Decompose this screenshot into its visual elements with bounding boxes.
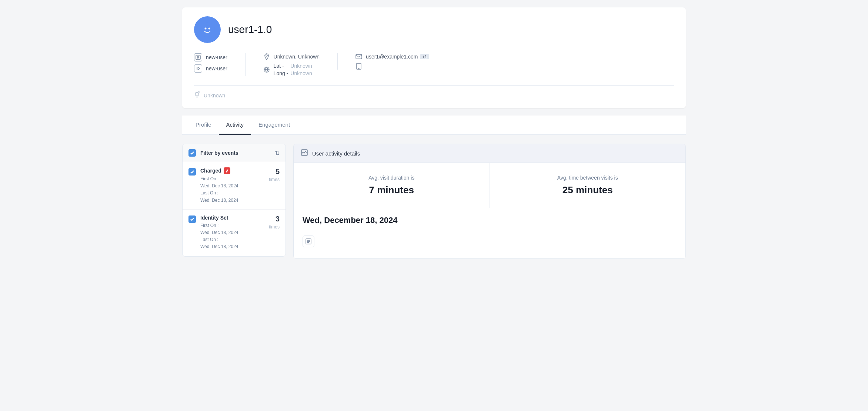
lat-value: Unknown	[290, 63, 312, 69]
lat-label: Lat -	[274, 63, 288, 69]
svg-point-7	[358, 68, 359, 69]
email-badge: user1@example1.com +1	[366, 54, 429, 60]
filter-header: Filter by events ⇅	[183, 144, 286, 162]
location-value: Unknown, Unknown	[274, 54, 320, 60]
charged-last-label: Last On :	[200, 190, 218, 196]
profile-top-row: user1-1.0	[194, 16, 674, 43]
location-section: Unknown, Unknown Lat - Unknown Long - Un…	[245, 53, 338, 76]
latlong-item: Lat - Unknown Long - Unknown	[263, 63, 320, 76]
event-checkbox-charged[interactable]	[188, 168, 196, 176]
identity-last-value: Wed, Dec 18, 2024	[200, 244, 238, 249]
svg-point-1	[205, 28, 207, 30]
filter-all-checkbox[interactable]	[188, 149, 196, 157]
event-meta-charged: First On : Wed, Dec 18, 2024 Last On : W…	[200, 176, 264, 204]
filter-panel: Filter by events ⇅ Charged First O	[182, 144, 286, 257]
location-item: Unknown, Unknown	[263, 53, 320, 60]
activity-entry-1	[303, 231, 677, 251]
charged-count-num: 5	[269, 167, 280, 176]
phone-item	[355, 63, 429, 70]
charged-count-label: times	[269, 177, 280, 182]
tab-engagement[interactable]: Engagement	[251, 116, 297, 135]
phone-icon	[355, 63, 362, 70]
date-heading: Wed, December 18, 2024	[303, 215, 677, 225]
content-area: Filter by events ⇅ Charged First O	[182, 144, 686, 259]
profile-header-card: user1-1.0 new-user ID new-user	[182, 7, 686, 108]
email-icon	[355, 53, 362, 60]
avg-visit-block: Avg. visit duration is 7 minutes	[294, 163, 490, 208]
event-details-identity: Identity Set First On : Wed, Dec 18, 202…	[200, 215, 264, 251]
event-name-identity: Identity Set	[200, 215, 228, 221]
event-item-identity: Identity Set First On : Wed, Dec 18, 202…	[183, 210, 286, 256]
svg-point-0	[200, 22, 215, 37]
role-item-2: ID new-user	[194, 64, 227, 73]
charged-first-label: First On :	[200, 176, 218, 181]
tabs-bar: Profile Activity Engagement	[182, 116, 686, 135]
date-section: Wed, December 18, 2024	[294, 208, 685, 258]
avg-time-block: Avg. time between visits is 25 minutes	[490, 163, 686, 208]
event-count-charged: 5 times	[269, 167, 280, 183]
filter-header-label: Filter by events	[200, 150, 270, 156]
latlong-grid: Lat - Unknown Long - Unknown	[274, 63, 312, 76]
email-extra-badge: +1	[420, 54, 429, 59]
svg-point-8	[195, 92, 199, 96]
email-item: user1@example1.com +1	[355, 53, 429, 60]
avg-time-label: Avg. time between visits is	[499, 175, 677, 181]
event-item-charged: Charged First On : Wed, Dec 18, 2024 Las…	[183, 162, 286, 210]
activity-panel: User activity details Avg. visit duratio…	[293, 144, 686, 259]
avg-time-value: 25 minutes	[499, 184, 677, 196]
event-details-charged: Charged First On : Wed, Dec 18, 2024 Las…	[200, 167, 264, 204]
identity-first-label: First On :	[200, 223, 218, 228]
identity-first-value: Wed, Dec 18, 2024	[200, 230, 238, 235]
gender-row: Unknown	[194, 91, 674, 99]
event-count-identity: 3 times	[269, 215, 280, 230]
role-icon-1	[194, 53, 202, 61]
contact-section: user1@example1.com +1	[337, 53, 447, 70]
event-name-row-charged: Charged	[200, 167, 264, 174]
user-name: user1-1.0	[228, 24, 272, 36]
email-value: user1@example1.com	[366, 54, 418, 60]
identity-count-label: times	[269, 224, 280, 230]
svg-rect-6	[356, 54, 362, 59]
charged-last-value: Wed, Dec 18, 2024	[200, 198, 238, 203]
avg-visit-value: 7 minutes	[303, 184, 481, 196]
role-label-2: new-user	[206, 66, 227, 71]
gender-value: Unknown	[204, 93, 225, 98]
avg-visit-label: Avg. visit duration is	[303, 175, 481, 181]
svg-point-2	[208, 28, 210, 30]
activity-panel-title: User activity details	[312, 150, 360, 157]
location-icon	[263, 53, 270, 60]
stats-row: Avg. visit duration is 7 minutes Avg. ti…	[294, 163, 685, 208]
profile-divider	[194, 85, 674, 86]
event-meta-identity: First On : Wed, Dec 18, 2024 Last On : W…	[200, 222, 264, 251]
activity-panel-header: User activity details	[294, 144, 685, 163]
charged-first-value: Wed, Dec 18, 2024	[200, 183, 238, 188]
event-name-charged: Charged	[200, 168, 221, 174]
identity-count-num: 3	[269, 215, 280, 223]
activity-entry-icon-1	[303, 235, 314, 247]
event-name-row-identity: Identity Set	[200, 215, 264, 221]
long-value: Unknown	[290, 70, 312, 76]
tab-profile[interactable]: Profile	[188, 116, 219, 135]
globe-icon	[263, 66, 270, 73]
profile-info-row: new-user ID new-user Unknown, Unkn	[194, 53, 674, 76]
identity-last-label: Last On :	[200, 237, 218, 242]
tab-activity[interactable]: Activity	[219, 116, 251, 135]
sort-icon[interactable]: ⇅	[275, 150, 280, 157]
role-section: new-user ID new-user	[194, 53, 245, 73]
role-label-1: new-user	[206, 54, 227, 60]
avatar	[194, 16, 221, 43]
long-label: Long -	[274, 70, 288, 76]
gender-icon	[194, 91, 200, 99]
event-checkbox-identity[interactable]	[188, 215, 196, 223]
event-red-check-charged	[224, 167, 230, 174]
role-item-1: new-user	[194, 53, 227, 61]
svg-point-4	[266, 55, 267, 56]
activity-panel-icon	[301, 149, 308, 157]
id-icon: ID	[194, 64, 202, 73]
